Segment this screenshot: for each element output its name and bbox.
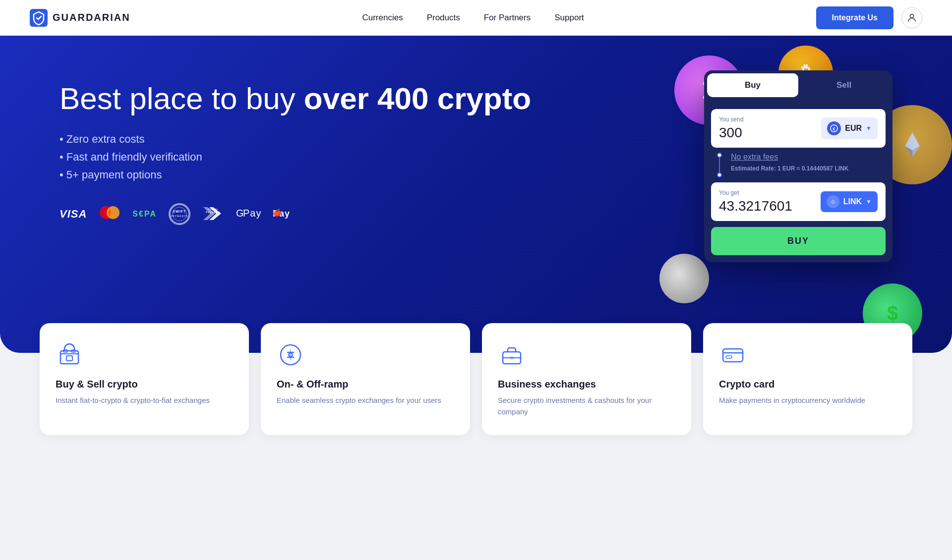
- user-icon: [906, 12, 917, 23]
- svg-point-1: [910, 14, 913, 17]
- user-account-button[interactable]: [901, 7, 922, 28]
- get-field: You get 43.3217601 ⊙ LINK ▼: [711, 182, 886, 221]
- silver-coin: [659, 254, 709, 303]
- get-label: You get: [719, 189, 792, 196]
- send-label: You send: [719, 116, 744, 123]
- product-card-buy-sell: Buy & Sell crypto Instant fiat-to-crypto…: [40, 323, 249, 435]
- product-title-buy-sell: Buy & Sell crypto: [56, 379, 233, 390]
- svg-rect-29: [723, 349, 743, 362]
- sepa-badge: S€PA: [132, 210, 157, 219]
- navbar: GUARDARIAN Currencies Products For Partn…: [0, 0, 952, 36]
- visa-badge: VISA: [60, 208, 87, 221]
- feature-2: Fast and friendly verification: [60, 151, 704, 164]
- send-currency-name: EUR: [845, 124, 862, 133]
- send-field-left: You send 300: [719, 116, 744, 141]
- nav-currencies[interactable]: Currencies: [362, 13, 403, 23]
- svg-point-7: [170, 205, 189, 224]
- send-currency-selector[interactable]: € EUR ▼: [821, 117, 878, 139]
- logo-text: GUARDARIAN: [53, 12, 130, 23]
- feature-1: Zero extra costs: [60, 133, 704, 146]
- logo[interactable]: GUARDARIAN: [30, 9, 130, 27]
- svg-text:€: €: [833, 126, 835, 131]
- send-currency-chevron: ▼: [866, 125, 872, 132]
- faster-payments-badge: Faster Payments: [202, 206, 224, 222]
- gpay-badge: G Pay: [236, 207, 261, 222]
- product-desc-crypto-card: Make payments in cryptocurrency worldwid…: [719, 395, 896, 406]
- svg-rect-21: [60, 351, 78, 364]
- get-currency-selector[interactable]: ⊙ LINK ▼: [821, 191, 878, 212]
- mastercard-icon: [99, 206, 120, 220]
- estimated-rate: Estimated Rate: 1 EUR ≈ 0.14440587 LINK: [731, 165, 848, 172]
- card-icon: [719, 341, 747, 369]
- rate-text-col: No extra fees Estimated Rate: 1 EUR ≈ 0.…: [731, 153, 848, 172]
- swift-badge: SWIFT PAYMENTS: [169, 203, 190, 225]
- connector-dot-top: [717, 153, 722, 158]
- connector-dot-bottom: [717, 172, 722, 177]
- get-field-left: You get 43.3217601: [719, 189, 792, 214]
- get-value[interactable]: 43.3217601: [719, 198, 792, 214]
- buy-button[interactable]: BUY: [711, 227, 886, 255]
- product-card-on-off-ramp: On- & Off-ramp Enable seamless crypto ex…: [261, 323, 470, 435]
- product-desc-business: Secure crypto investments & cashouts for…: [498, 395, 675, 417]
- svg-point-28: [510, 356, 513, 359]
- nav-for-partners[interactable]: For Partners: [484, 13, 531, 23]
- widget-body: You send 300 € EUR ▼: [707, 105, 890, 259]
- store-icon: [56, 341, 83, 369]
- rate-info: No extra fees Estimated Rate: 1 EUR ≈ 0.…: [711, 150, 886, 180]
- hero-features-list: Zero extra costs Fast and friendly verif…: [60, 133, 704, 181]
- svg-text:Pay: Pay: [243, 208, 261, 219]
- product-desc-on-off-ramp: Enable seamless crypto exchanges for you…: [277, 395, 454, 406]
- gpay-icon: G Pay: [236, 207, 261, 219]
- svg-text:Payments: Payments: [206, 211, 220, 214]
- no-extra-fees-link[interactable]: No extra fees: [731, 153, 848, 162]
- product-title-crypto-card: Crypto card: [719, 379, 896, 390]
- nav-support[interactable]: Support: [554, 13, 584, 23]
- hero-content: Best place to buy over 400 crypto Zero e…: [60, 65, 704, 225]
- get-currency-chevron: ▼: [866, 198, 872, 205]
- integrate-us-button[interactable]: Integrate Us: [816, 6, 893, 29]
- eur-symbol-icon: €: [830, 124, 838, 132]
- nav-products[interactable]: Products: [427, 13, 460, 23]
- product-desc-buy-sell: Instant fiat-to-crypto & crypto-to-fiat …: [56, 395, 233, 406]
- get-currency-name: LINK: [843, 197, 862, 206]
- feature-3: 5+ payment options: [60, 168, 704, 181]
- product-title-business: Business exchanges: [498, 379, 675, 390]
- send-value[interactable]: 300: [719, 125, 744, 141]
- product-card-business: Business exchanges Secure crypto investm…: [482, 323, 691, 435]
- svg-text:Faster: Faster: [208, 208, 218, 211]
- nav-links: Currencies Products For Partners Support: [362, 13, 584, 23]
- swift-icon: SWIFT PAYMENTS: [170, 204, 189, 224]
- svg-rect-22: [66, 356, 72, 361]
- mastercard-badge: [99, 206, 120, 223]
- widget-container: Buy Sell You send 300 €: [704, 70, 892, 262]
- faster-payments-icon: Faster Payments: [202, 206, 224, 221]
- guardarian-logo-icon: [30, 9, 48, 27]
- briefcase-icon: [498, 341, 526, 369]
- svg-rect-30: [726, 356, 732, 358]
- svg-text:SWIFT: SWIFT: [173, 210, 186, 213]
- svg-text:PAYMENTS: PAYMENTS: [171, 215, 188, 218]
- widget-tabs: Buy Sell: [707, 73, 890, 97]
- tab-sell[interactable]: Sell: [798, 73, 890, 97]
- navbar-actions: Integrate Us: [816, 6, 922, 29]
- products-section: Buy & Sell crypto Instant fiat-to-crypto…: [0, 323, 952, 435]
- eur-icon: €: [827, 121, 841, 135]
- exchange-widget: Buy Sell You send 300 €: [704, 70, 892, 262]
- send-field: You send 300 € EUR ▼: [711, 109, 886, 148]
- tab-buy[interactable]: Buy: [707, 73, 798, 97]
- hero-title: Best place to buy over 400 crypto: [60, 80, 704, 117]
- applepay-badge: Pay 🍎: [273, 207, 302, 221]
- svg-text:🍎: 🍎: [273, 209, 282, 217]
- applepay-icon: Pay 🍎: [273, 207, 302, 219]
- exchange-icon: [277, 341, 304, 369]
- connector: [717, 153, 722, 177]
- link-icon: ⊙: [827, 195, 839, 208]
- connector-line: [719, 158, 720, 172]
- hero-section: ₿ ₿ $ Best place to buy over 400 crypto …: [0, 36, 952, 353]
- product-title-on-off-ramp: On- & Off-ramp: [277, 379, 454, 390]
- product-card-crypto-card: Crypto card Make payments in cryptocurre…: [703, 323, 912, 435]
- payment-logos: VISA S€PA SWIFT PAYMENTS: [60, 203, 704, 225]
